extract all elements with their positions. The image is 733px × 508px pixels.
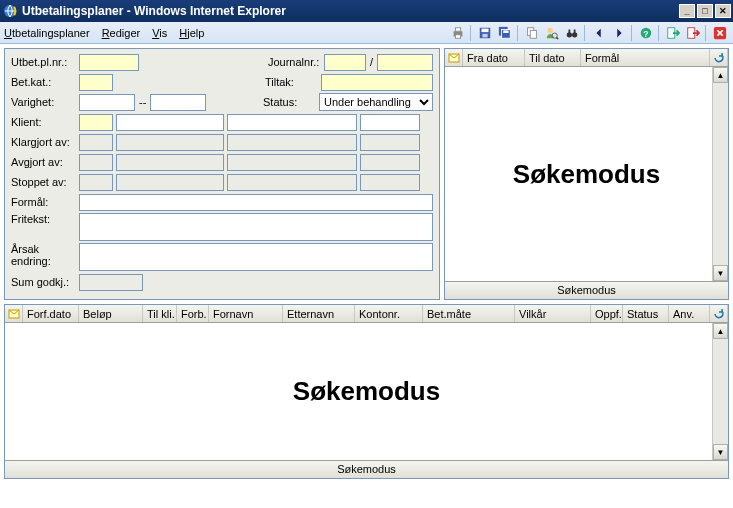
row-indicator-icon[interactable] [445, 49, 463, 66]
betkat-input[interactable] [79, 74, 113, 91]
lower-scrollbar[interactable]: ▲ ▼ [712, 323, 728, 460]
refresh-icon[interactable] [710, 49, 728, 66]
journal2-input[interactable] [377, 54, 433, 71]
ie-icon [2, 3, 18, 19]
col-tildato[interactable]: Til dato [525, 49, 581, 66]
col-oppf[interactable]: Oppf. [591, 305, 623, 322]
fritekst-textarea[interactable] [79, 213, 433, 241]
stoppet-name1-input[interactable] [116, 174, 224, 191]
klargjort-name2-input[interactable] [227, 134, 357, 151]
save-icon[interactable] [476, 24, 494, 42]
status-select[interactable]: Under behandling [319, 93, 433, 111]
upper-grid-body: Søkemodus [445, 67, 728, 281]
col-forb[interactable]: Forb. [177, 305, 209, 322]
lower-grid-header: Forf.dato Beløp Til kli. Forb. Fornavn E… [5, 305, 728, 323]
minimize-button[interactable]: _ [679, 4, 695, 18]
label-formal: Formål: [11, 196, 79, 208]
label-betkat: Bet.kat.: [11, 76, 79, 88]
col-fornavn[interactable]: Fornavn [209, 305, 283, 322]
svg-rect-9 [503, 30, 508, 33]
row-indicator-icon[interactable] [5, 305, 23, 322]
klargjort-name1-input[interactable] [116, 134, 224, 151]
titlebar: Utbetalingsplaner - Windows Internet Exp… [0, 0, 733, 22]
klient-name1-input[interactable] [116, 114, 224, 131]
klient-extra-input[interactable] [360, 114, 420, 131]
col-tilkli[interactable]: Til kli. [143, 305, 177, 322]
close-button[interactable]: ✕ [715, 4, 731, 18]
svg-rect-11 [530, 30, 536, 38]
col-formal[interactable]: Formål [581, 49, 710, 66]
form-panel: Utbet.pl.nr.: Journalnr.: / Bet.kat.: Ti… [4, 48, 440, 300]
stoppet-code-input[interactable] [79, 174, 113, 191]
menu-rediger[interactable]: Redigerdocument.currentScript.previousSi… [102, 27, 141, 39]
col-belop[interactable]: Beløp [79, 305, 143, 322]
maximize-button[interactable]: □ [697, 4, 713, 18]
col-kontonr[interactable]: Kontonr. [355, 305, 423, 322]
svg-rect-17 [569, 29, 571, 33]
dash: -- [139, 96, 146, 108]
save-multi-icon[interactable] [496, 24, 514, 42]
label-utbet: Utbet.pl.nr.: [11, 56, 79, 68]
arsak-textarea[interactable] [79, 243, 433, 271]
klargjort-extra-input[interactable] [360, 134, 420, 151]
klargjort-code-input[interactable] [79, 134, 113, 151]
menu-hjelp[interactable]: Hjelpdocument.currentScript.previousSibl… [179, 27, 204, 39]
col-etternavn[interactable]: Etternavn [283, 305, 355, 322]
menu-utbetalingsplaner[interactable]: Utbetalingsplanerdocument.currentScript.… [4, 27, 90, 39]
nav-next-icon[interactable] [610, 24, 628, 42]
label-klargjort: Klargjort av: [11, 136, 79, 148]
klient-code-input[interactable] [79, 114, 113, 131]
col-betmate[interactable]: Bet.måte [423, 305, 515, 322]
col-vilkar[interactable]: Vilkår [515, 305, 591, 322]
upper-grid-header: Fra dato Til dato Formål [445, 49, 728, 67]
col-fradato[interactable]: Fra dato [463, 49, 525, 66]
journal1-input[interactable] [324, 54, 366, 71]
tiltak-input[interactable] [321, 74, 433, 91]
upper-grid: Fra dato Til dato Formål Søkemodus ▲ ▼ S… [444, 48, 729, 300]
export-red-icon[interactable] [684, 24, 702, 42]
scroll-down-icon[interactable]: ▼ [713, 444, 728, 460]
scroll-down-icon[interactable]: ▼ [713, 265, 728, 281]
label-sumgodkj: Sum godkj.: [11, 276, 79, 288]
col-status[interactable]: Status [623, 305, 669, 322]
lower-grid: Forf.dato Beløp Til kli. Forb. Fornavn E… [4, 304, 729, 479]
refresh-icon[interactable] [710, 305, 728, 322]
avgjort-code-input[interactable] [79, 154, 113, 171]
stoppet-name2-input[interactable] [227, 174, 357, 191]
print-icon[interactable] [449, 24, 467, 42]
nav-prev-icon[interactable] [590, 24, 608, 42]
label-varighet: Varighet: [11, 96, 79, 108]
avgjort-name2-input[interactable] [227, 154, 357, 171]
formal-input[interactable] [79, 194, 433, 211]
find-person-icon[interactable] [543, 24, 561, 42]
sumgodkj-input[interactable] [79, 274, 143, 291]
klient-name2-input[interactable] [227, 114, 357, 131]
upper-grid-footer: Søkemodus [445, 281, 728, 299]
avgjort-extra-input[interactable] [360, 154, 420, 171]
svg-rect-3 [455, 34, 460, 38]
scroll-up-icon[interactable]: ▲ [713, 67, 728, 83]
svg-rect-18 [574, 29, 576, 33]
stoppet-extra-input[interactable] [360, 174, 420, 191]
scroll-up-icon[interactable]: ▲ [713, 323, 728, 339]
binoculars-icon[interactable] [563, 24, 581, 42]
menu-vis[interactable]: Visdocument.currentScript.previousSiblin… [152, 27, 167, 39]
copy-icon[interactable] [523, 24, 541, 42]
upper-scrollbar[interactable]: ▲ ▼ [712, 67, 728, 281]
close-red-icon[interactable] [711, 24, 729, 42]
svg-point-12 [548, 27, 553, 32]
export-green-icon[interactable] [664, 24, 682, 42]
col-forfdato[interactable]: Forf.dato [23, 305, 79, 322]
varighet-from-input[interactable] [79, 94, 135, 111]
varighet-to-input[interactable] [150, 94, 206, 111]
label-klient: Klient: [11, 116, 79, 128]
utbet-input[interactable] [79, 54, 139, 71]
lower-grid-footer: Søkemodus [5, 460, 728, 478]
upper-grid-placeholder: Søkemodus [513, 159, 660, 190]
col-anv[interactable]: Anv. [669, 305, 710, 322]
label-status: Status: [263, 96, 319, 108]
svg-text:?: ? [643, 28, 648, 38]
avgjort-name1-input[interactable] [116, 154, 224, 171]
help-icon[interactable]: ? [637, 24, 655, 42]
label-fritekst: Fritekst: [11, 213, 79, 225]
